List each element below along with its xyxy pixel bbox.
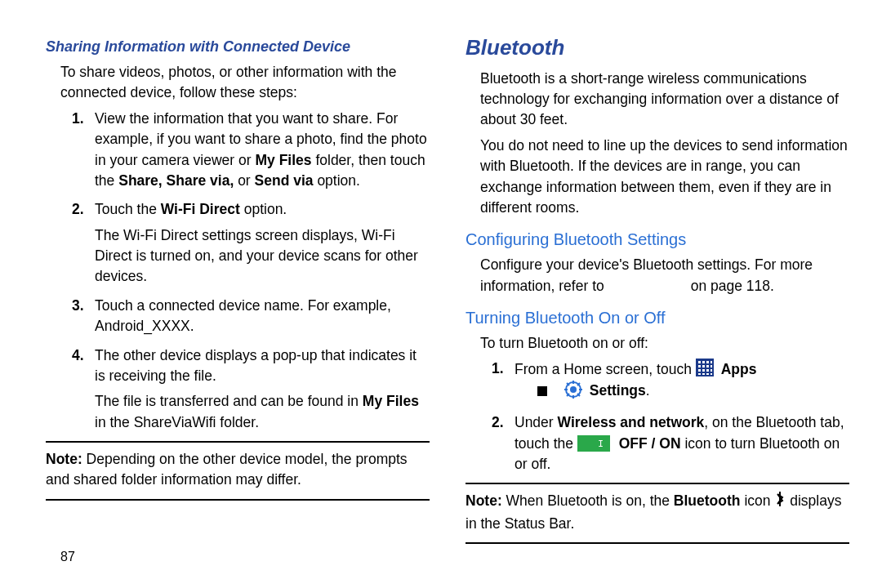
note-bt: Note: When Bluetooth is on, the Bluetoot…	[466, 491, 849, 534]
step-1: View the information that you want to sh…	[95, 109, 430, 192]
left-column: Sharing Information with Connected Devic…	[46, 33, 430, 550]
svg-rect-14	[702, 373, 705, 375]
bluetooth-icon	[774, 491, 786, 513]
svg-rect-9	[698, 369, 701, 372]
divider	[46, 441, 430, 443]
right-column: Bluetooth Bluetooth is a short-range wir…	[466, 33, 849, 550]
bt-para-1: Bluetooth is a short-range wireless comm…	[480, 69, 849, 131]
svg-rect-4	[710, 361, 712, 363]
svg-rect-2	[702, 361, 705, 363]
svg-rect-5	[698, 365, 701, 368]
onoff-intro: To turn Bluetooth on or off:	[480, 333, 849, 354]
svg-rect-1	[698, 361, 701, 363]
step-3: Touch a connected device name. For examp…	[95, 296, 430, 337]
step-2: Touch the Wi-Fi Direct option. The Wi-Fi…	[95, 199, 430, 287]
section-heading: Sharing Information with Connected Devic…	[46, 36, 430, 57]
svg-rect-10	[702, 369, 705, 372]
subheading-onoff: Turning Bluetooth On or Off	[466, 306, 849, 330]
subheading-config: Configuring Bluetooth Settings	[466, 228, 849, 252]
svg-rect-8	[710, 365, 712, 368]
svg-rect-3	[706, 361, 709, 363]
onoff-step-2: Under Wireless and network, on the Bluet…	[514, 412, 849, 474]
svg-rect-12	[710, 369, 712, 372]
apps-icon	[696, 359, 714, 376]
divider	[466, 483, 849, 484]
intro-text: To share videos, photos, or other inform…	[60, 62, 430, 104]
divider	[466, 542, 849, 544]
svg-rect-13	[698, 373, 701, 375]
svg-rect-6	[702, 365, 705, 368]
arrow-icon	[537, 386, 547, 396]
page-number: 87	[60, 547, 75, 566]
bluetooth-heading: Bluetooth	[466, 33, 849, 64]
svg-rect-7	[706, 365, 709, 368]
svg-rect-11	[706, 369, 709, 372]
svg-rect-15	[706, 373, 709, 375]
steps-list: View the information that you want to sh…	[46, 109, 430, 433]
bt-para-2: You do not need to line up the devices t…	[480, 136, 849, 219]
note: Note: Depending on the other device mode…	[46, 449, 430, 491]
toggle-icon	[577, 435, 610, 452]
step-2-sub: The Wi-Fi Direct settings screen display…	[95, 225, 430, 287]
step-4-sub: The file is transferred and can be found…	[95, 391, 430, 433]
config-text: Configure your device's Bluetooth settin…	[480, 255, 849, 296]
svg-point-18	[570, 386, 577, 393]
divider	[46, 499, 430, 501]
settings-icon	[564, 381, 582, 404]
svg-rect-16	[710, 373, 712, 375]
onoff-steps: From a Home screen, touch Apps	[466, 359, 849, 474]
onoff-step-1: From a Home screen, touch Apps	[514, 359, 849, 404]
step-4: The other device displays a pop-up that …	[95, 345, 430, 434]
